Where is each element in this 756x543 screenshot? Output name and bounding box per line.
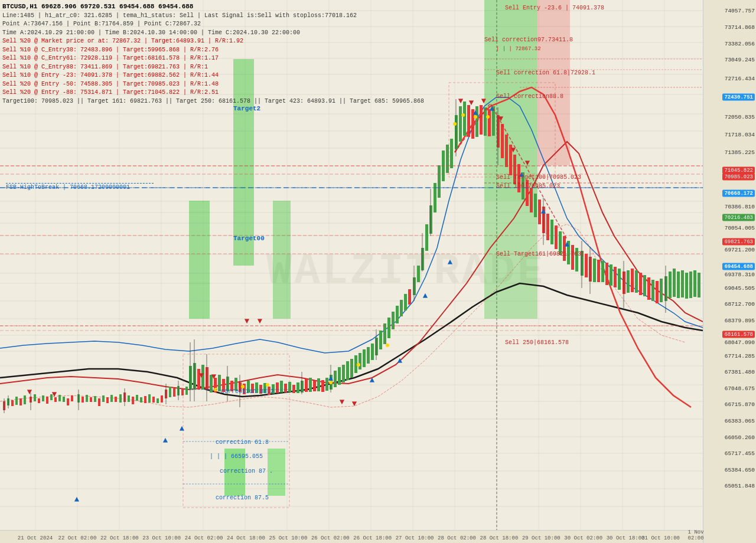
svg-rect-134 <box>255 382 258 393</box>
svg-rect-214 <box>550 220 553 244</box>
svg-rect-207 <box>526 180 529 206</box>
svg-rect-175 <box>413 277 416 295</box>
info-line-3: Time A:2024.10.29 21:00:00 | Time B:2024… <box>2 29 424 38</box>
svg-point-286 <box>386 344 389 347</box>
svg-rect-162 <box>363 349 366 367</box>
svg-rect-79 <box>63 397 65 402</box>
price-68379: 68379.895 <box>725 317 755 323</box>
svg-rect-238 <box>639 273 642 295</box>
svg-rect-92 <box>115 397 117 402</box>
price-73714: 73714.868 <box>725 24 755 31</box>
svg-rect-173 <box>404 294 407 310</box>
time-22oct-18: 22 Oct 18:00 <box>100 535 139 541</box>
svg-rect-99 <box>140 397 142 403</box>
svg-rect-80 <box>67 398 69 405</box>
price-69721: 69721.200 <box>725 247 755 253</box>
svg-rect-81 <box>71 395 73 401</box>
svg-rect-237 <box>635 270 638 293</box>
svg-text:▼: ▼ <box>211 372 217 381</box>
svg-rect-233 <box>623 272 625 294</box>
svg-rect-219 <box>571 245 574 270</box>
svg-rect-188 <box>455 115 458 149</box>
price-69821-red: 69821.763 <box>722 238 755 245</box>
svg-rect-87 <box>94 396 96 402</box>
svg-rect-181 <box>429 205 432 234</box>
time-26oct-02: 26 Oct 02:00 <box>311 535 350 541</box>
price-72050: 72050.835 <box>725 113 755 120</box>
svg-rect-141 <box>284 384 287 392</box>
svg-rect-171 <box>396 306 399 323</box>
price-70216-green: 70216.483 <box>722 214 755 221</box>
price-73049: 73049.245 <box>725 57 755 63</box>
svg-rect-215 <box>555 225 558 249</box>
svg-rect-224 <box>589 257 592 282</box>
svg-rect-164 <box>371 344 374 360</box>
time-31oct-10: 31 Oct 10:00 <box>641 535 680 541</box>
svg-text:▼: ▼ <box>52 390 57 399</box>
price-69454-highlight: 69454.688 <box>722 263 755 269</box>
svg-rect-190 <box>459 106 462 142</box>
time-28oct-18: 28 Oct 18:00 <box>480 535 518 541</box>
info-sell-1: Sell %20 @ Market price or at: 72867.32 … <box>2 37 424 46</box>
time-axis: 21 Oct 2024 22 Oct 02:00 22 Oct 18:00 23… <box>0 530 703 543</box>
svg-rect-124 <box>222 379 225 392</box>
chart-title: BTCUSD,H1 69628.906 69720.531 69454.688 … <box>2 2 424 12</box>
svg-rect-149 <box>313 381 316 391</box>
svg-rect-98 <box>136 395 138 401</box>
time-24oct-02: 24 Oct 02:00 <box>185 535 223 541</box>
info-line-2: Point A:73647.156 | Point B:71764.859 | … <box>2 20 424 29</box>
fsb-label: FSB-HighToBreak | 70668.17200000001 <box>6 183 154 191</box>
svg-rect-107 <box>169 387 171 397</box>
price-69378: 69378.310 <box>725 271 755 277</box>
svg-rect-223 <box>585 254 588 277</box>
svg-rect-56 <box>273 201 291 319</box>
svg-rect-145 <box>301 381 304 392</box>
svg-text:▲: ▲ <box>163 436 168 445</box>
svg-rect-156 <box>338 367 341 385</box>
info-sell-2: Sell %10 @ C_Entry38: 72483.896 | Target… <box>2 46 424 55</box>
svg-rect-135 <box>259 385 262 394</box>
svg-rect-128 <box>234 378 237 391</box>
price-axis: 74057.757 73714.868 73382.056 73049.245 … <box>703 0 756 543</box>
svg-rect-221 <box>581 251 584 276</box>
svg-rect-226 <box>593 259 596 282</box>
price-73382: 73382.056 <box>725 40 755 47</box>
svg-rect-213 <box>546 214 549 240</box>
svg-rect-201 <box>501 124 504 158</box>
svg-rect-119 <box>206 367 208 390</box>
svg-rect-232 <box>618 269 621 290</box>
svg-rect-89 <box>102 395 105 402</box>
svg-rect-220 <box>575 248 578 272</box>
svg-text:▼: ▼ <box>511 145 516 155</box>
svg-rect-54 <box>189 201 210 319</box>
svg-text:▲: ▲ <box>490 104 495 113</box>
svg-text:▲: ▲ <box>448 257 453 267</box>
info-target: Target100: 70985.023 || Target 161: 6982… <box>2 97 424 106</box>
svg-rect-86 <box>90 397 92 402</box>
svg-rect-138 <box>272 384 275 394</box>
svg-text:▼: ▼ <box>469 98 474 107</box>
price-70386: 70386.810 <box>725 203 755 210</box>
svg-rect-247 <box>673 269 676 297</box>
svg-rect-236 <box>631 269 634 292</box>
svg-rect-142 <box>288 382 291 392</box>
svg-text:▲: ▲ <box>565 240 570 249</box>
svg-rect-78 <box>58 395 61 401</box>
price-70668-highlight: 70668.172 <box>722 189 755 196</box>
svg-text:▼: ▼ <box>481 96 487 106</box>
svg-rect-148 <box>309 378 312 392</box>
svg-rect-165 <box>375 338 378 355</box>
svg-rect-97 <box>132 397 134 404</box>
svg-text:▼: ▼ <box>352 399 357 408</box>
svg-rect-93 <box>119 394 122 403</box>
price-67714: 67714.285 <box>725 352 755 359</box>
info-sell-3: Sell %10 @ C_Entry61: 72928.119 | Target… <box>2 54 424 63</box>
info-sell-4: Sell %10 @ C_Entry88: 73411.869 | Target… <box>2 63 424 72</box>
svg-rect-155 <box>334 371 337 387</box>
price-68047: 68047.090 <box>725 339 755 345</box>
svg-rect-231 <box>614 267 617 287</box>
svg-rect-85 <box>86 395 88 402</box>
svg-point-288 <box>461 113 465 117</box>
svg-rect-132 <box>247 381 250 392</box>
svg-point-284 <box>329 381 333 384</box>
